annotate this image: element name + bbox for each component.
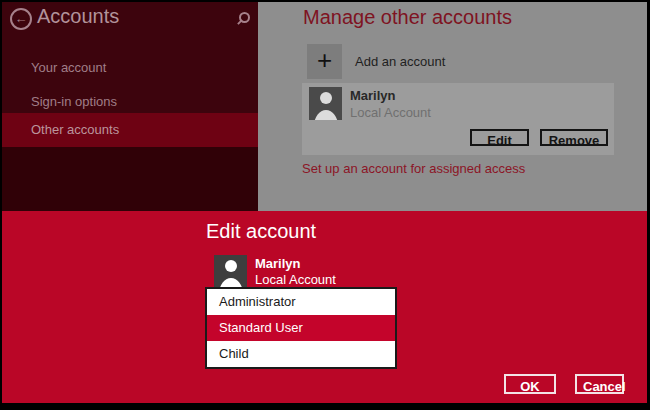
add-account-button[interactable]: + Add an account — [307, 44, 445, 79]
edit-button[interactable]: Edit — [470, 129, 529, 146]
edit-account-dialog: Edit account Marilyn Local Account Admin… — [2, 211, 647, 403]
assigned-access-link[interactable]: Set up an account for assigned access — [302, 161, 525, 176]
settings-window: ← Accounts Your account Sign-in options … — [2, 2, 647, 403]
dropdown-option-administrator[interactable]: Administrator — [207, 289, 395, 315]
plus-icon: + — [307, 44, 342, 79]
sidebar-item-sign-in-options[interactable]: Sign-in options — [2, 89, 258, 115]
sidebar-title: Accounts — [37, 5, 119, 28]
dropdown-option-child[interactable]: Child — [207, 341, 395, 367]
account-type: Local Account — [255, 272, 336, 287]
sidebar-item-label: Your account — [2, 60, 106, 75]
sidebar-item-other-accounts[interactable]: Other accounts — [2, 113, 258, 147]
remove-button[interactable]: Remove — [540, 129, 608, 146]
sidebar-bottom-shade — [2, 147, 258, 211]
sidebar-item-label: Sign-in options — [2, 94, 117, 109]
ok-button[interactable]: OK — [504, 374, 556, 394]
sidebar-item-your-account[interactable]: Your account — [2, 55, 258, 81]
account-type: Local Account — [350, 105, 431, 120]
user-avatar-icon — [214, 255, 247, 288]
cancel-button[interactable]: Cancel — [575, 374, 624, 394]
magnifier-glyph — [239, 12, 250, 23]
dialog-title: Edit account — [206, 220, 316, 243]
avatar-body — [314, 110, 338, 120]
avatar-head — [225, 260, 237, 272]
user-avatar-icon — [309, 87, 342, 120]
accounts-sidebar: ← Accounts Your account Sign-in options … — [2, 2, 258, 211]
sidebar-item-label: Other accounts — [2, 122, 119, 137]
account-type-dropdown[interactable]: Administrator Standard User Child — [205, 287, 397, 369]
page-title: Manage other accounts — [303, 6, 512, 29]
dropdown-option-standard-user[interactable]: Standard User — [207, 315, 395, 341]
avatar-head — [320, 92, 332, 104]
account-tile-marilyn[interactable]: Marilyn Local Account Edit Remove — [302, 83, 614, 155]
add-account-label: Add an account — [355, 54, 445, 69]
search-icon[interactable] — [236, 12, 252, 28]
account-name: Marilyn — [255, 256, 301, 271]
account-name: Marilyn — [350, 88, 396, 103]
accounts-settings-screen: { "sidebar": { "title": "Accounts", "ite… — [0, 0, 650, 410]
manage-other-accounts-panel: Manage other accounts + Add an account M… — [258, 2, 647, 211]
back-icon[interactable]: ← — [10, 8, 32, 30]
